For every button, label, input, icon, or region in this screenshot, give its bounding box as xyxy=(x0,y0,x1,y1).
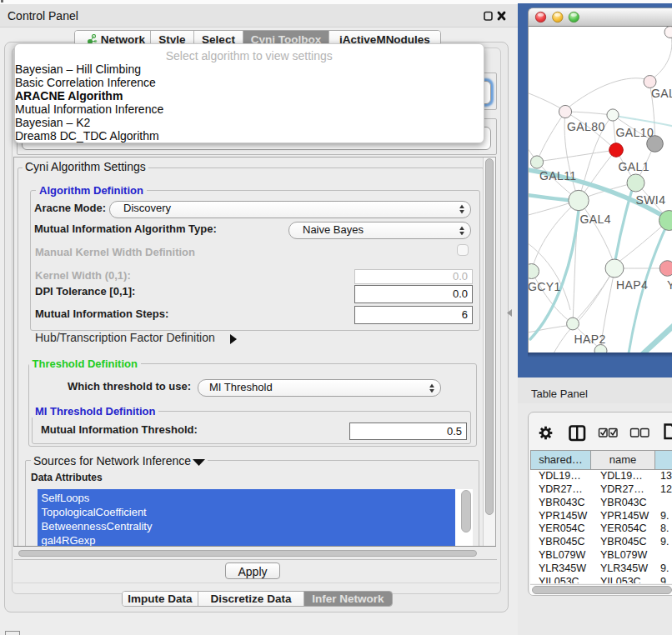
svg-text:GCY1: GCY1 xyxy=(529,279,561,292)
svg-text:GAL10: GAL10 xyxy=(616,125,654,138)
svg-text:GAL80: GAL80 xyxy=(567,119,605,132)
svg-text:HAP4: HAP4 xyxy=(616,278,648,291)
svg-text:GAL4: GAL4 xyxy=(580,212,611,225)
svg-text:GAL7: GAL7 xyxy=(651,87,672,100)
svg-text:HAP2: HAP2 xyxy=(574,332,606,345)
svg-text:SWI4: SWI4 xyxy=(636,192,666,206)
svg-text:GAL1: GAL1 xyxy=(619,159,649,172)
svg-text:GAL11: GAL11 xyxy=(539,168,577,182)
svg-text:Y: Y xyxy=(667,278,672,291)
